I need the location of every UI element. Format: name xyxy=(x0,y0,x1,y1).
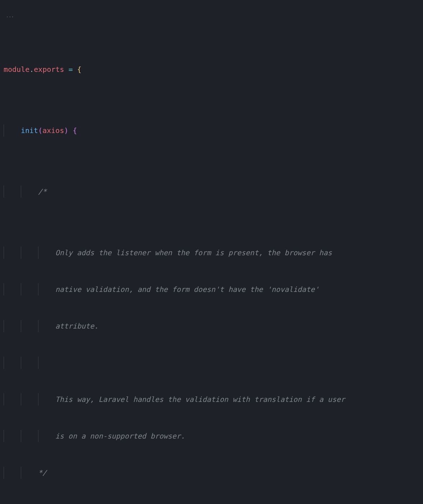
comment-text: is on a non-supported browser. xyxy=(55,432,185,440)
code-line[interactable]: */ xyxy=(0,467,423,479)
comment-close: */ xyxy=(38,468,47,477)
comment-text: Only adds the listener when the form is … xyxy=(55,248,332,257)
code-line[interactable]: is on a non-supported browser. xyxy=(0,430,423,442)
code-editor[interactable]: ··· module.exports = { init(axios) { /* … xyxy=(0,0,423,504)
code-line[interactable]: /* xyxy=(0,185,423,198)
comment-text: This way, Laravel handles the validation… xyxy=(55,395,345,404)
code-line[interactable]: This way, Laravel handles the validation… xyxy=(0,393,423,406)
code-line[interactable]: Only adds the listener when the form is … xyxy=(0,247,423,259)
code-line[interactable]: native validation, and the form doesn't … xyxy=(0,283,423,295)
token-exports: exports xyxy=(34,65,64,74)
comment-text: native validation, and the form doesn't … xyxy=(55,285,319,294)
fold-indicator[interactable]: ··· xyxy=(6,11,14,23)
code-line[interactable]: init(axios) { xyxy=(0,124,423,137)
comment-open: /* xyxy=(38,187,47,196)
token-init: init xyxy=(21,126,38,135)
comment-text: attribute. xyxy=(55,322,98,330)
code-line[interactable] xyxy=(0,357,423,369)
code-line[interactable]: module.exports = { xyxy=(0,63,423,75)
code-line[interactable]: attribute. xyxy=(0,320,423,332)
